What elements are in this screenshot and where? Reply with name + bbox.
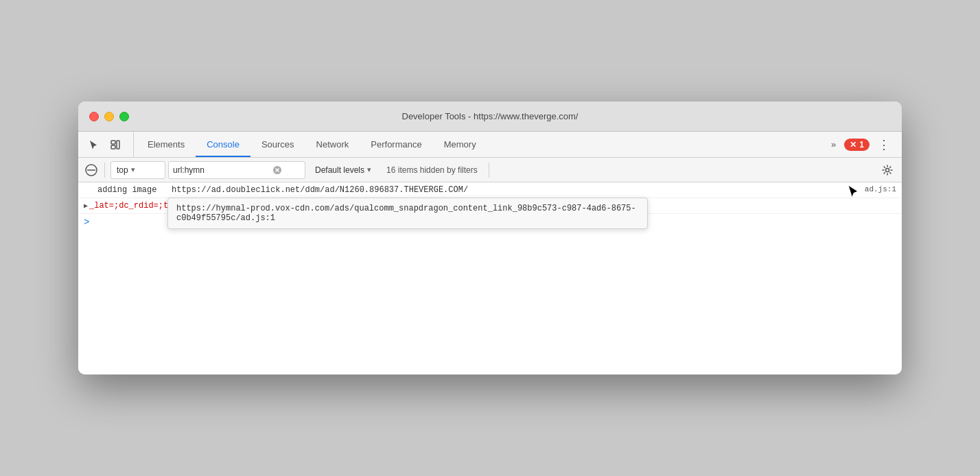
close-button[interactable] xyxy=(89,112,99,121)
error-x-icon: ✕ xyxy=(850,140,856,150)
tab-bar-icons xyxy=(84,132,134,157)
window-title: Developer Tools - https://www.theverge.c… xyxy=(402,111,579,121)
expand-arrow-icon[interactable] xyxy=(84,202,88,210)
clear-filter-button[interactable] xyxy=(272,165,283,176)
inspect-element-icon[interactable] xyxy=(106,135,125,154)
more-tabs-button[interactable]: » xyxy=(826,136,841,152)
source-link-1[interactable]: ad.js:1 xyxy=(859,185,896,193)
tab-bar: Elements Console Sources Network Perform… xyxy=(78,132,902,158)
levels-label: Default levels xyxy=(315,165,364,175)
log-levels-button[interactable]: Default levels ▾ xyxy=(308,161,378,179)
error-badge[interactable]: ✕ 1 xyxy=(844,139,870,151)
console-content[interactable]: adding image https://ad.doubleclick.net/… xyxy=(78,182,902,374)
console-prompt-icon[interactable]: > xyxy=(84,217,89,228)
tab-sources[interactable]: Sources xyxy=(250,132,305,157)
kebab-menu-button[interactable]: ⋮ xyxy=(872,134,896,155)
tab-elements[interactable]: Elements xyxy=(137,132,196,157)
clear-console-button[interactable] xyxy=(84,163,99,178)
hidden-items-info: 16 items hidden by filters xyxy=(381,165,483,175)
mouse-cursor-icon xyxy=(847,184,859,199)
console-text-1: adding image https://ad.doubleclick.net/… xyxy=(97,185,478,195)
tab-memory[interactable]: Memory xyxy=(433,132,487,157)
tab-network[interactable]: Network xyxy=(305,132,360,157)
console-toolbar: top ▾ Default levels ▾ 16 items hidden b… xyxy=(78,158,902,182)
context-selector[interactable]: top ▾ xyxy=(110,161,165,179)
svg-rect-2 xyxy=(117,141,119,149)
tab-performance[interactable]: Performance xyxy=(360,132,432,157)
context-value: top xyxy=(117,165,128,175)
devtools-window: Developer Tools - https://www.theverge.c… xyxy=(78,102,902,374)
filter-input[interactable] xyxy=(173,165,269,175)
console-settings-button[interactable] xyxy=(878,161,896,179)
svg-point-8 xyxy=(886,168,889,171)
console-row-1: adding image https://ad.doubleclick.net/… xyxy=(78,182,902,198)
filter-input-wrapper xyxy=(168,161,305,179)
url-tooltip: https://hymnal-prod.vox-cdn.com/ads/qual… xyxy=(167,198,648,229)
toolbar-divider xyxy=(104,163,105,178)
toolbar-divider-2 xyxy=(489,163,489,178)
svg-rect-1 xyxy=(111,145,115,149)
tooltip-text: https://hymnal-prod.vox-cdn.com/ads/qual… xyxy=(176,204,636,223)
cursor-icon[interactable] xyxy=(84,135,103,154)
context-dropdown-icon: ▾ xyxy=(131,165,135,174)
title-bar: Developer Tools - https://www.theverge.c… xyxy=(78,102,902,132)
minimize-button[interactable] xyxy=(104,112,114,121)
svg-rect-0 xyxy=(111,141,115,144)
levels-dropdown-icon: ▾ xyxy=(367,165,371,174)
tab-console[interactable]: Console xyxy=(196,132,250,157)
traffic-lights xyxy=(89,112,129,121)
tab-bar-right: » ✕ 1 ⋮ xyxy=(826,132,896,157)
maximize-button[interactable] xyxy=(119,112,129,121)
error-count: 1 xyxy=(859,140,864,150)
